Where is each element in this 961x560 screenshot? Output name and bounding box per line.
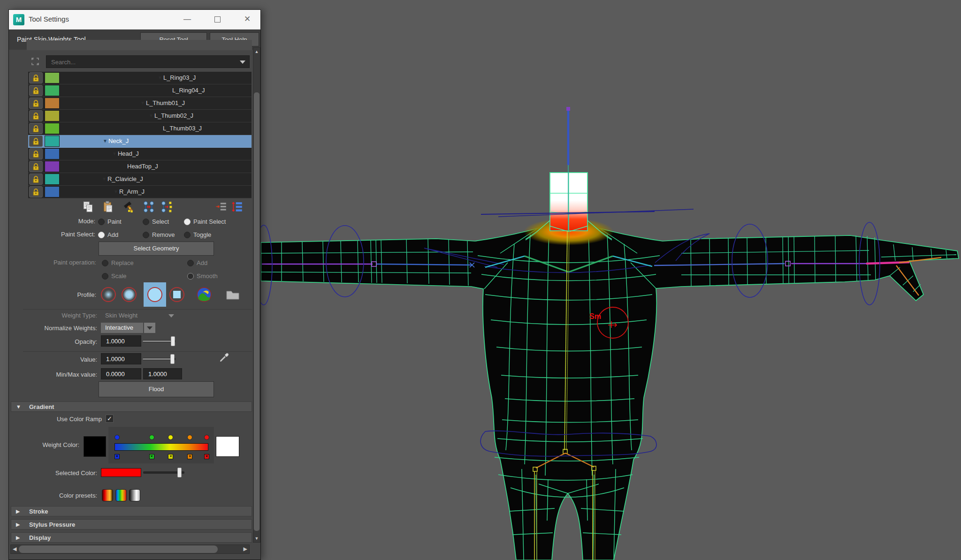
- close-button[interactable]: ✕: [237, 10, 258, 30]
- color-preset-1[interactable]: [102, 489, 113, 501]
- scroll-down-arrow[interactable]: ▼: [253, 536, 260, 541]
- ramp-color-stop[interactable]: [149, 435, 154, 440]
- selected-color-slider[interactable]: [143, 471, 184, 474]
- search-dropdown-arrow[interactable]: [240, 61, 245, 64]
- move-weights-icon[interactable]: [142, 201, 155, 213]
- influence-row[interactable]: ▼L_Thumb01_J: [28, 97, 252, 110]
- influences-section-header[interactable]: Influences: [27, 40, 252, 50]
- influence-row[interactable]: HeadTop_J: [28, 160, 252, 173]
- radio-toggle[interactable]: [184, 232, 191, 238]
- ramp-stop-delete[interactable]: ✕: [187, 454, 192, 459]
- copy-weights-icon[interactable]: [82, 201, 95, 213]
- influence-row[interactable]: ▼L_Ring03_J: [28, 72, 252, 84]
- influence-row[interactable]: ▼R_Arm_J: [28, 186, 252, 198]
- paste-weights-icon[interactable]: [101, 201, 114, 213]
- normalize-weights-dropdown[interactable]: Interactive: [101, 323, 143, 333]
- influence-row[interactable]: ▼Head_J: [28, 148, 252, 160]
- value-slider-handle[interactable]: [170, 354, 175, 364]
- section-collapsed-arrow[interactable]: ▶: [16, 508, 20, 515]
- maximize-button[interactable]: [207, 10, 228, 30]
- influence-color-swatch[interactable]: [45, 110, 60, 121]
- influence-row[interactable]: ▼Neck_J: [28, 135, 252, 148]
- influence-color-swatch[interactable]: [45, 85, 60, 96]
- scroll-up-arrow[interactable]: ▲: [253, 49, 260, 54]
- lock-influence-button[interactable]: [29, 148, 43, 159]
- minimize-button[interactable]: —: [177, 10, 198, 30]
- brush-soft-icon[interactable]: [121, 287, 137, 303]
- brush-square-icon[interactable]: [169, 287, 185, 303]
- tree-expand-arrow[interactable]: ▼: [102, 173, 107, 185]
- ramp-color-stop[interactable]: [204, 435, 209, 440]
- weight-color-max-swatch[interactable]: [216, 436, 239, 457]
- min-value-input[interactable]: [101, 368, 141, 379]
- normalize-dropdown-button[interactable]: [144, 323, 155, 333]
- scroll-right-arrow[interactable]: ▶: [244, 546, 247, 552]
- influence-color-swatch[interactable]: [45, 174, 60, 185]
- tree-expand-arrow[interactable]: ▼: [158, 72, 162, 84]
- tree-expand-arrow[interactable]: ▼: [140, 97, 145, 109]
- influence-name[interactable]: HeadTop_J: [61, 160, 252, 173]
- tree-expand-arrow[interactable]: ▼: [149, 110, 153, 122]
- panel-vertical-scrollbar[interactable]: ▲ ▼: [253, 47, 260, 543]
- influence-color-swatch[interactable]: [45, 123, 60, 134]
- ramp-color-stop[interactable]: [114, 435, 120, 440]
- weight-color-min-swatch[interactable]: [84, 436, 106, 457]
- influence-name[interactable]: ▼L_Thumb01_J: [61, 97, 252, 109]
- gradient-section-header[interactable]: ▼ Gradient: [11, 401, 252, 412]
- ramp-stop-delete[interactable]: ✕: [168, 454, 173, 459]
- influence-row[interactable]: L_Ring04_J: [28, 84, 252, 97]
- scroll-left-arrow[interactable]: ◀: [13, 546, 16, 552]
- influence-row[interactable]: ▼L_Thumb02_J: [28, 110, 252, 122]
- selected-color-slider-handle[interactable]: [177, 468, 182, 477]
- value-slider[interactable]: [143, 358, 175, 360]
- tree-expand-arrow[interactable]: ▼: [112, 148, 117, 160]
- prune-small-weights-icon[interactable]: [122, 201, 135, 213]
- lock-influence-button[interactable]: [29, 161, 43, 172]
- opacity-input[interactable]: [101, 335, 141, 347]
- influence-color-swatch[interactable]: [45, 98, 60, 109]
- tree-expand-arrow[interactable]: ▼: [103, 135, 107, 147]
- ramp-stop-delete[interactable]: ✕: [114, 454, 120, 459]
- lock-influence-button[interactable]: [29, 72, 43, 83]
- influence-name[interactable]: L_Ring04_J: [61, 84, 252, 97]
- influence-color-swatch[interactable]: [45, 186, 60, 197]
- influence-color-swatch[interactable]: [45, 148, 60, 159]
- influence-name[interactable]: ▼Neck_J: [61, 135, 252, 147]
- color-preset-2[interactable]: [115, 489, 127, 501]
- window-titlebar[interactable]: M Tool Settings — ✕: [9, 10, 260, 30]
- lock-influence-button[interactable]: [29, 85, 43, 96]
- select-geometry-button[interactable]: Select Geometry: [99, 242, 214, 256]
- filter-expand-icon[interactable]: [31, 57, 40, 66]
- display-section-header[interactable]: ▶ Display: [11, 532, 252, 543]
- influence-name[interactable]: ▼Head_J: [61, 148, 252, 160]
- brush-gaussian-icon[interactable]: [100, 287, 116, 303]
- panel-horizontal-scrollbar[interactable]: ◀ ▶: [10, 545, 250, 554]
- paste-vertex-weights-icon[interactable]: [231, 201, 244, 213]
- lock-influence-button[interactable]: [29, 98, 43, 109]
- browse-brush-folder-icon[interactable]: [225, 287, 241, 303]
- copy-vertex-weights-icon[interactable]: [215, 201, 228, 213]
- influence-row[interactable]: ▼R_Clavicle_J: [28, 173, 252, 186]
- influence-color-swatch[interactable]: [45, 72, 60, 83]
- stylus-pressure-section-header[interactable]: ▶ Stylus Pressure: [11, 519, 252, 530]
- radio-remove[interactable]: [143, 232, 149, 238]
- section-expanded-arrow[interactable]: ▼: [16, 404, 21, 409]
- influence-search-box[interactable]: [46, 55, 250, 68]
- ramp-stop-delete[interactable]: ✕: [149, 454, 154, 459]
- max-value-input[interactable]: [143, 368, 182, 379]
- selected-color-swatch[interactable]: [101, 468, 141, 477]
- color-preset-3[interactable]: [129, 489, 140, 501]
- radio-paint-select[interactable]: [184, 219, 191, 225]
- color-ramp-gradient-bar[interactable]: [114, 443, 208, 451]
- lock-influence-button[interactable]: [29, 123, 43, 134]
- search-input[interactable]: [50, 57, 235, 67]
- eyedropper-icon[interactable]: [218, 351, 230, 363]
- influence-name[interactable]: ▼R_Clavicle_J: [61, 173, 252, 185]
- brush-solid-icon[interactable]: [147, 287, 163, 303]
- influence-color-swatch[interactable]: [45, 161, 60, 172]
- flood-button[interactable]: Flood: [99, 381, 214, 397]
- value-input[interactable]: [101, 353, 141, 364]
- influence-name[interactable]: ▼R_Arm_J: [61, 186, 252, 198]
- lock-influence-button[interactable]: [29, 136, 43, 147]
- lock-influence-button[interactable]: [29, 110, 43, 121]
